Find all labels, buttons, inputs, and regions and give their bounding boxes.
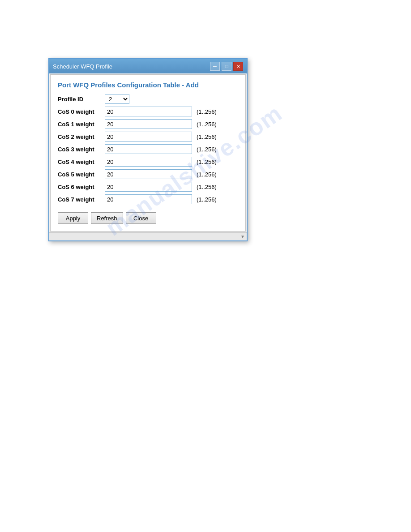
close-button[interactable]: Close — [126, 212, 156, 224]
cos-1-input[interactable] — [105, 119, 192, 129]
minimize-button[interactable]: ─ — [210, 62, 220, 71]
cos-2-label: CoS 2 weight — [58, 133, 105, 140]
cos-0-input[interactable] — [105, 107, 192, 116]
cos-2-input[interactable] — [105, 132, 192, 142]
cos-4-label: CoS 4 weight — [58, 159, 105, 165]
profile-id-label: Profile ID — [58, 96, 105, 103]
title-bar-controls: ─ □ ✕ — [210, 62, 243, 71]
cos-7-hint: (1..256) — [197, 196, 217, 203]
cos-rows-container: CoS 0 weight(1..256)CoS 1 weight(1..256)… — [58, 107, 238, 204]
resize-icon: ▼ — [240, 234, 245, 239]
dialog-wrapper: Scheduler WFQ Profile ─ □ ✕ Port WFQ Pro… — [48, 58, 248, 241]
dialog-title: Scheduler WFQ Profile — [53, 63, 112, 70]
cos-6-input[interactable] — [105, 182, 192, 192]
cos-5-row: CoS 5 weight(1..256) — [58, 169, 238, 179]
cos-2-hint: (1..256) — [197, 133, 217, 140]
cos-7-label: CoS 7 weight — [58, 196, 105, 203]
section-title: Port WFQ Profiles Configuration Table - … — [58, 81, 238, 89]
cos-4-hint: (1..256) — [197, 159, 217, 165]
cos-5-label: CoS 5 weight — [58, 171, 105, 178]
close-title-button[interactable]: ✕ — [233, 62, 243, 71]
cos-0-label: CoS 0 weight — [58, 108, 105, 115]
cos-3-label: CoS 3 weight — [58, 146, 105, 153]
cos-0-row: CoS 0 weight(1..256) — [58, 107, 238, 116]
button-row: Apply Refresh Close — [58, 210, 238, 224]
cos-6-row: CoS 6 weight(1..256) — [58, 182, 238, 192]
dialog-content: Port WFQ Profiles Configuration Table - … — [50, 74, 246, 232]
cos-4-row: CoS 4 weight(1..256) — [58, 157, 238, 167]
cos-7-row: CoS 7 weight(1..256) — [58, 194, 238, 204]
dialog: Scheduler WFQ Profile ─ □ ✕ Port WFQ Pro… — [48, 58, 248, 241]
profile-id-select[interactable]: 1 2 3 4 — [105, 94, 129, 104]
cos-5-hint: (1..256) — [197, 171, 217, 178]
cos-3-input[interactable] — [105, 144, 192, 154]
cos-2-row: CoS 2 weight(1..256) — [58, 132, 238, 142]
cos-4-input[interactable] — [105, 157, 192, 167]
dialog-footer: ▼ — [49, 232, 247, 240]
cos-0-hint: (1..256) — [197, 108, 217, 115]
restore-button[interactable]: □ — [222, 62, 231, 71]
profile-id-row: Profile ID 1 2 3 4 — [58, 94, 238, 104]
cos-6-hint: (1..256) — [197, 184, 217, 190]
cos-5-input[interactable] — [105, 169, 192, 179]
title-bar: Scheduler WFQ Profile ─ □ ✕ — [49, 59, 247, 73]
cos-1-row: CoS 1 weight(1..256) — [58, 119, 238, 129]
cos-1-label: CoS 1 weight — [58, 121, 105, 128]
apply-button[interactable]: Apply — [58, 212, 88, 224]
page-container: manualshive.com Scheduler WFQ Profile ─ … — [0, 0, 411, 532]
cos-3-hint: (1..256) — [197, 146, 217, 153]
refresh-button[interactable]: Refresh — [91, 212, 123, 224]
cos-1-hint: (1..256) — [197, 121, 217, 128]
cos-3-row: CoS 3 weight(1..256) — [58, 144, 238, 154]
cos-6-label: CoS 6 weight — [58, 184, 105, 190]
cos-7-input[interactable] — [105, 194, 192, 204]
